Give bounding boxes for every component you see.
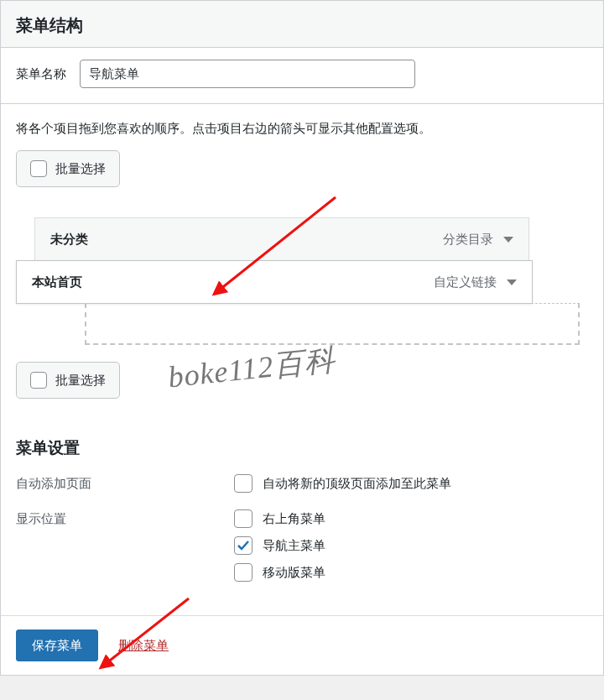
auto-add-checkbox[interactable]: 自动将新的顶级页面添加至此菜单: [234, 474, 451, 493]
checkbox-icon: [234, 474, 253, 493]
bulk-select-label: 批量选择: [55, 373, 106, 389]
checkbox-icon: [234, 563, 253, 582]
location-label: 导航主菜单: [263, 538, 325, 554]
location-option[interactable]: 移动版菜单: [234, 563, 325, 582]
panel-title: 菜单结构: [1, 1, 603, 47]
menu-item-title: 本站首页: [32, 274, 82, 290]
menu-item[interactable]: 未分类 分类目录: [34, 217, 529, 261]
menu-name-input[interactable]: [80, 60, 415, 88]
location-label: 移动版菜单: [263, 565, 325, 581]
bulk-select-top-button[interactable]: 批量选择: [16, 150, 120, 187]
auto-add-label: 自动添加页面: [16, 474, 234, 492]
checkbox-icon: [30, 372, 47, 389]
location-option[interactable]: 右上角菜单: [234, 509, 325, 528]
checkbox-icon: [234, 536, 253, 555]
chevron-down-icon: [503, 237, 513, 243]
menu-name-label: 菜单名称: [16, 66, 66, 82]
settings-title: 菜单设置: [16, 437, 588, 459]
bulk-select-bottom-button[interactable]: 批量选择: [16, 362, 120, 399]
checkbox-icon: [30, 160, 47, 177]
location-label: 右上角菜单: [263, 511, 325, 527]
delete-menu-link[interactable]: 删除菜单: [118, 638, 169, 654]
menu-item-type[interactable]: 自定义链接: [434, 274, 517, 290]
menu-item[interactable]: 本站首页 自定义链接: [16, 260, 533, 304]
bulk-select-label: 批量选择: [55, 161, 106, 177]
menu-item-title: 未分类: [50, 232, 88, 248]
chevron-down-icon: [507, 279, 517, 285]
help-text: 将各个项目拖到您喜欢的顺序。点击项目右边的箭头可显示其他配置选项。: [16, 121, 588, 137]
menu-name-row: 菜单名称: [1, 47, 603, 103]
checkbox-icon: [234, 509, 253, 528]
location-option[interactable]: 导航主菜单: [234, 536, 325, 555]
drop-placeholder: [85, 303, 580, 345]
menu-items-list: 未分类 分类目录 本站首页 自定义链接: [16, 217, 588, 345]
auto-add-option-label: 自动将新的顶级页面添加至此菜单: [263, 476, 451, 492]
locations-label: 显示位置: [16, 509, 234, 527]
save-menu-button[interactable]: 保存菜单: [16, 629, 98, 661]
menu-item-type[interactable]: 分类目录: [443, 232, 513, 248]
